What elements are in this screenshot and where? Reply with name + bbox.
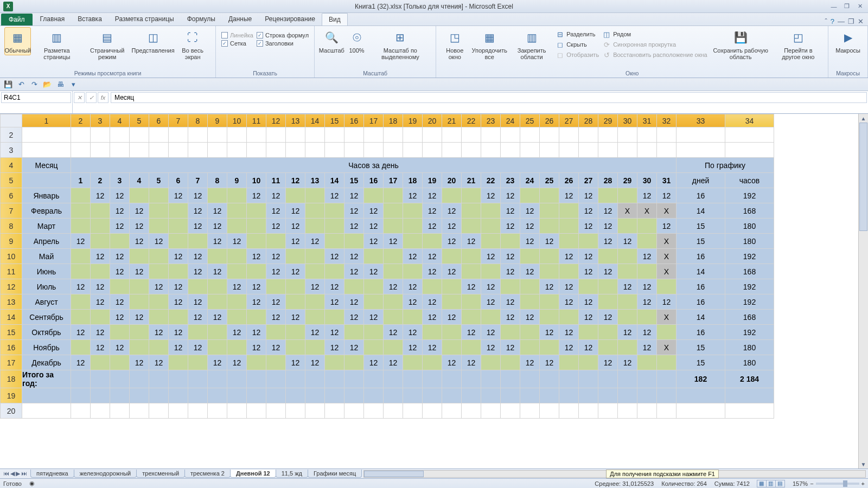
row-header[interactable]: 9: [1, 234, 22, 249]
cell[interactable]: [423, 279, 442, 294]
undo-icon[interactable]: ↶: [16, 80, 26, 89]
cell[interactable]: [71, 249, 91, 264]
cell[interactable]: [227, 249, 247, 264]
cell[interactable]: 12: [598, 310, 618, 325]
fx-icon[interactable]: fx: [98, 92, 108, 103]
cell[interactable]: 12: [325, 249, 344, 264]
cell[interactable]: [286, 249, 305, 264]
column-header[interactable]: 9: [208, 114, 227, 127]
cell[interactable]: 12: [657, 294, 676, 310]
cell[interactable]: [22, 143, 71, 158]
cell[interactable]: 12: [540, 355, 559, 370]
cell[interactable]: [462, 203, 481, 219]
cell[interactable]: [384, 249, 403, 264]
cell[interactable]: 12: [559, 340, 579, 355]
cell[interactable]: 12: [501, 249, 520, 264]
cell[interactable]: [481, 219, 501, 234]
cell[interactable]: [540, 370, 559, 388]
cell[interactable]: 31: [657, 173, 676, 188]
cell[interactable]: 12: [71, 234, 91, 249]
open-icon[interactable]: 📂: [42, 80, 52, 89]
cell[interactable]: [598, 370, 618, 388]
column-header[interactable]: 17: [364, 114, 384, 127]
cell[interactable]: 12: [384, 234, 403, 249]
cell[interactable]: [481, 203, 501, 219]
cell[interactable]: 12: [579, 340, 598, 355]
cell[interactable]: [403, 127, 423, 143]
cell[interactable]: [130, 325, 149, 340]
cell[interactable]: 12: [364, 203, 384, 219]
cell[interactable]: [423, 143, 442, 158]
row-header[interactable]: 14: [1, 310, 22, 325]
cell[interactable]: 12: [501, 188, 520, 203]
cell[interactable]: 12: [462, 325, 481, 340]
cell[interactable]: [462, 249, 481, 264]
cell[interactable]: [442, 370, 462, 388]
cell[interactable]: 12: [501, 203, 520, 219]
cell[interactable]: 16: [676, 249, 725, 264]
cell[interactable]: [520, 370, 540, 388]
cell[interactable]: 24: [520, 173, 540, 188]
cell[interactable]: 12: [559, 294, 579, 310]
cell[interactable]: 12: [598, 203, 618, 219]
cell[interactable]: [637, 310, 657, 325]
cell[interactable]: 12: [305, 279, 325, 294]
cell[interactable]: [325, 264, 344, 279]
row-header[interactable]: 20: [1, 403, 22, 419]
freeze-panes-button[interactable]: ▥Закрепить области: [510, 27, 553, 62]
cell[interactable]: [520, 294, 540, 310]
cell[interactable]: 12: [188, 310, 208, 325]
cell[interactable]: [462, 264, 481, 279]
cell[interactable]: 12: [110, 188, 130, 203]
cell[interactable]: [384, 127, 403, 143]
cell[interactable]: [169, 355, 188, 370]
column-header[interactable]: 30: [618, 114, 637, 127]
cell[interactable]: [169, 203, 188, 219]
cell[interactable]: 12: [208, 310, 227, 325]
cell[interactable]: 12: [266, 340, 286, 355]
cell[interactable]: 12: [637, 294, 657, 310]
cell[interactable]: 12: [442, 234, 462, 249]
cell[interactable]: [481, 127, 501, 143]
row-header[interactable]: 5: [1, 173, 22, 188]
cell[interactable]: [725, 403, 774, 419]
cell[interactable]: 12: [598, 264, 618, 279]
cell[interactable]: 12: [188, 340, 208, 355]
cell[interactable]: [559, 310, 579, 325]
cell[interactable]: [305, 203, 325, 219]
cell[interactable]: 12: [208, 355, 227, 370]
cell[interactable]: [325, 127, 344, 143]
cell[interactable]: [579, 127, 598, 143]
cell[interactable]: [130, 188, 149, 203]
cell[interactable]: 12: [169, 279, 188, 294]
cell[interactable]: 12: [247, 325, 266, 340]
cell[interactable]: 12: [286, 264, 305, 279]
cell[interactable]: X: [657, 310, 676, 325]
cell[interactable]: [247, 234, 266, 249]
sheet-tab[interactable]: пятидневка: [30, 470, 74, 478]
side-by-side-button[interactable]: ◫Рядом: [601, 29, 709, 39]
cell[interactable]: [657, 127, 676, 143]
cell[interactable]: 182: [676, 370, 725, 388]
cell[interactable]: [286, 143, 305, 158]
cell[interactable]: 12: [169, 325, 188, 340]
cell[interactable]: [501, 234, 520, 249]
cell[interactable]: [130, 388, 149, 403]
cell[interactable]: [442, 403, 462, 419]
cell[interactable]: [325, 355, 344, 370]
redo-icon[interactable]: ↷: [29, 80, 39, 89]
cell[interactable]: [149, 310, 169, 325]
horizontal-scrollbar[interactable]: Для получения подсказки нажмите F1: [363, 470, 866, 478]
cell[interactable]: 12: [579, 264, 598, 279]
ribbon-tab[interactable]: Главная: [34, 13, 72, 25]
cell[interactable]: [286, 127, 305, 143]
cell[interactable]: [618, 264, 637, 279]
cell[interactable]: [423, 355, 442, 370]
cell[interactable]: 12: [481, 249, 501, 264]
cell[interactable]: [247, 127, 266, 143]
cell[interactable]: [384, 143, 403, 158]
cell[interactable]: 12: [286, 173, 305, 188]
cell[interactable]: [344, 234, 364, 249]
cell[interactable]: [325, 388, 344, 403]
cell[interactable]: [364, 340, 384, 355]
